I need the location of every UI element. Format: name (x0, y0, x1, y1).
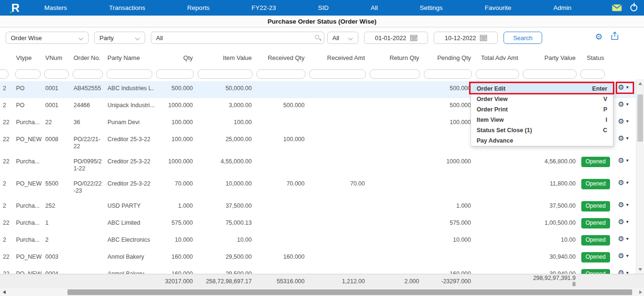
cell-item_value: 10.00 (196, 233, 255, 248)
menu-item-order-view[interactable]: Order ViewV (471, 94, 613, 104)
table-row[interactable]: 2PO_NEW5500PO/022/22-23Creditor 25-3-227… (0, 177, 636, 199)
scroll-down-arrow-icon[interactable] (638, 268, 642, 271)
column-filter-input-party_name[interactable] (107, 69, 152, 79)
row-actions-gear-icon[interactable]: ⚙ ▾ (618, 117, 629, 125)
column-header-status[interactable]: Status (578, 53, 612, 62)
date-to-input[interactable]: 10-12-2022 (434, 32, 498, 44)
actions-cell: ⚙ ▾ (612, 81, 634, 96)
column-header-received_amt[interactable]: Received Amt (307, 53, 368, 62)
row-actions-gear-icon[interactable]: ⚙ ▾ (618, 83, 629, 91)
cell-vtype: PO_NEW (13, 267, 42, 274)
row-actions-gear-icon[interactable]: ⚙ ▾ (618, 201, 629, 209)
column-filter-input-frag[interactable] (0, 69, 8, 79)
table-row[interactable]: 2Purcha...2ABC Electronics10.00010.0010.… (0, 233, 636, 250)
totals-bar: 32017.000258,72,98,697.1755316.0001,212.… (0, 274, 644, 288)
row-actions-gear-icon[interactable]: ⚙ ▾ (618, 235, 629, 243)
column-header-return_qty[interactable]: Return Qty (368, 53, 422, 62)
date-from-input[interactable]: 01-01-2022 (364, 32, 428, 44)
nav-item-all[interactable]: All (368, 4, 380, 11)
cell-total_adv_amt (474, 233, 521, 241)
column-filter-input-vnum[interactable] (44, 69, 69, 79)
mail-icon[interactable] (612, 4, 622, 11)
table-row[interactable]: 22Purcha...PO/0995/21-22Creditor 25-3-22… (0, 154, 636, 177)
column-filter-input-order_no[interactable] (73, 69, 103, 79)
nav-item-settings[interactable]: Settings (417, 4, 446, 11)
table-row[interactable]: 22PO_NEW0003Anmol Bakery160.00029,500.00… (0, 250, 636, 267)
power-icon[interactable] (630, 4, 637, 11)
table-row[interactable]: 22Purcha...1ABC Limited575.00075,000.135… (0, 216, 636, 233)
row-actions-gear-icon[interactable]: ⚙ ▾ (618, 252, 629, 260)
nav-item-favourite[interactable]: Favourite (482, 4, 514, 11)
column-filter-input-status[interactable] (580, 69, 605, 79)
column-filter-input-vtype[interactable] (15, 69, 41, 79)
column-filter-input-received_amt[interactable] (309, 69, 366, 79)
column-header-order_no[interactable]: Order No. (71, 53, 105, 62)
search-input[interactable]: All (151, 32, 324, 44)
menu-item-order-print[interactable]: Order PrintP (471, 104, 613, 115)
column-header-pending_qty[interactable]: Pending Qty (422, 53, 474, 62)
column-filter-input-return_qty[interactable] (370, 69, 420, 79)
column-header-total_adv_amt[interactable]: Total Adv Amt (474, 53, 521, 62)
menu-item-order-edit[interactable]: Order EditEnter (471, 84, 613, 94)
menu-item-pay-advance[interactable]: Pay Advance (471, 135, 613, 146)
column-header-received_qty[interactable]: Received Qty (255, 53, 307, 62)
row-actions-gear-icon[interactable]: ⚙ ▾ (618, 178, 629, 186)
cell-vnum: 0004 (42, 267, 71, 274)
row-context-menu: Order EditEnterOrder ViewVOrder PrintPIt… (471, 83, 613, 146)
column-header-qty[interactable]: Qty (154, 53, 196, 62)
cell-frag: 2 (0, 199, 13, 214)
nav-item-masters[interactable]: Masters (41, 4, 70, 11)
table-row[interactable]: 2Purcha...252USD PARTY1.00037,500.001.00… (0, 199, 636, 216)
cell-item_value: 50,000.00 (196, 81, 255, 96)
app-logo[interactable]: R (8, 1, 26, 15)
cell-item_value: 10,000.00 (196, 177, 255, 192)
scope-select[interactable]: All (327, 32, 358, 44)
cell-party_name: Creditor 25-3-22 (105, 132, 154, 147)
search-field-select[interactable]: Party (94, 32, 145, 44)
calendar-icon[interactable] (480, 34, 487, 41)
nav-item-transactions[interactable]: Transactions (106, 4, 148, 11)
row-actions-gear-icon[interactable]: ⚙ ▾ (618, 269, 629, 274)
cell-return_qty (368, 177, 422, 185)
filter-cell-status (578, 69, 612, 79)
column-header-party_value[interactable]: Party Value (521, 53, 578, 62)
export-icon[interactable] (611, 32, 619, 40)
column-header-vnum[interactable]: VNum (42, 53, 71, 62)
row-actions-gear-icon[interactable]: ⚙ ▾ (618, 218, 629, 226)
row-actions-gear-icon[interactable]: ⚙ ▾ (618, 156, 629, 164)
horizontal-scroll-thumb[interactable] (67, 289, 632, 295)
column-filter-input-qty[interactable] (156, 69, 194, 79)
search-button[interactable]: Search (504, 32, 542, 44)
row-actions-caret-icon: ▾ (626, 253, 628, 258)
cell-order_no (71, 233, 105, 241)
cell-pending_qty: 160.000 (422, 267, 474, 274)
column-header-vtype[interactable]: Vtype (13, 53, 42, 62)
menu-item-item-view[interactable]: Item ViewI (471, 115, 613, 125)
nav-item-sid[interactable]: SID (315, 4, 331, 11)
vertical-scroll-thumb[interactable] (637, 94, 643, 142)
column-filter-input-pending_qty[interactable] (424, 69, 472, 79)
calendar-icon[interactable] (410, 34, 417, 41)
cell-pending_qty: 10.000 (422, 233, 474, 248)
view-mode-select[interactable]: Order Wise (6, 32, 89, 44)
cell-received_qty (255, 199, 307, 207)
scroll-right-arrow-icon[interactable] (639, 290, 642, 294)
nav-item-admin[interactable]: Admin (551, 4, 574, 11)
scroll-left-arrow-icon[interactable] (3, 290, 6, 294)
menu-item-status-set-close-1-[interactable]: Status Set Close (1)C (471, 125, 613, 135)
row-actions-gear-icon[interactable]: ⚙ ▾ (618, 100, 629, 108)
horizontal-scrollbar[interactable] (0, 288, 644, 296)
column-filter-input-party_value[interactable] (523, 69, 577, 79)
vertical-scrollbar[interactable] (636, 79, 644, 274)
column-header-item_value[interactable]: Item Value (196, 53, 255, 62)
nav-item-reports[interactable]: Reports (184, 4, 212, 11)
nav-item-fy22-23[interactable]: FY22-23 (249, 4, 279, 11)
column-header-party_name[interactable]: Party Name (105, 53, 154, 62)
column-filter-input-received_qty[interactable] (256, 69, 305, 79)
grid-settings-gear-icon[interactable]: ⚙ (595, 31, 603, 42)
scroll-up-arrow-icon[interactable] (638, 82, 642, 85)
column-filter-input-item_value[interactable] (198, 69, 253, 79)
column-filter-input-total_adv_amt[interactable] (476, 69, 519, 79)
table-row[interactable]: 22PO_NEW0004Anmol Bakery160.00029,500.00… (0, 267, 636, 274)
row-actions-gear-icon[interactable]: ⚙ ▾ (618, 134, 629, 142)
